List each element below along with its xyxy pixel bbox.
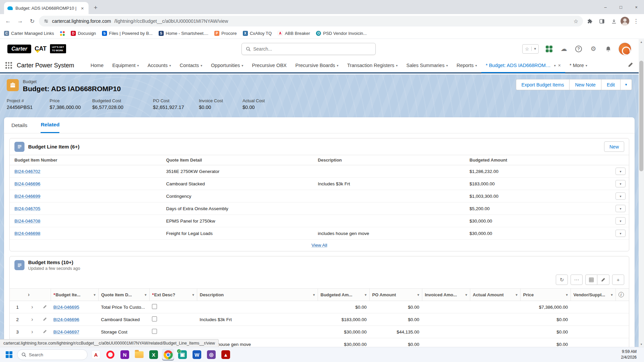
user-avatar[interactable] bbox=[619, 43, 631, 55]
edit-button[interactable]: Edit bbox=[601, 79, 621, 90]
cloud-status-icon[interactable]: ☁ bbox=[559, 45, 568, 53]
nav-item-precursive-obx[interactable]: Precursive OBX bbox=[248, 58, 291, 72]
expand-row-chevron-icon[interactable]: › bbox=[31, 316, 33, 322]
sort-caret-icon[interactable]: ▾ bbox=[365, 293, 366, 297]
inline-edit-pencil-icon[interactable] bbox=[43, 305, 47, 309]
side-panel-icon[interactable] bbox=[596, 16, 607, 26]
row-actions-caret-button[interactable]: ▾ bbox=[615, 180, 626, 187]
tab-related[interactable]: Related bbox=[41, 117, 59, 133]
related-list-title[interactable]: Budget Line Item (6+) bbox=[28, 144, 79, 149]
reload-icon[interactable]: ↻ bbox=[27, 16, 38, 26]
nav-item-transaction-registers[interactable]: Transaction Registers▾ bbox=[343, 58, 402, 72]
budget-line-item-link[interactable]: BI24-046698 bbox=[14, 231, 40, 236]
new-budget-line-item-button[interactable]: New bbox=[604, 141, 624, 152]
extensions-puzzle-icon[interactable] bbox=[584, 16, 595, 26]
budget-line-item-link[interactable]: BI24-046696 bbox=[14, 181, 40, 186]
sort-caret-icon[interactable]: ▾ bbox=[417, 293, 419, 297]
global-search-input[interactable] bbox=[253, 46, 371, 52]
export-budget-items-button[interactable]: Export Budget Items bbox=[516, 79, 570, 90]
taskbar-clock[interactable]: 9:59 AM 2/4/2026 bbox=[621, 349, 641, 361]
row-actions-caret-button[interactable]: ▾ bbox=[615, 230, 626, 237]
window-maximize-button[interactable]: □ bbox=[613, 0, 629, 14]
more-actions-icon[interactable]: ⋯ bbox=[571, 275, 583, 285]
row-actions-caret-button[interactable]: ▾ bbox=[615, 205, 626, 212]
inline-edit-pencil-icon[interactable] bbox=[43, 329, 47, 334]
col-budgeted-amount[interactable]: Budgeted Am... bbox=[321, 292, 353, 297]
add-row-icon[interactable]: + bbox=[612, 275, 624, 285]
autocad-icon[interactable]: A bbox=[90, 349, 102, 361]
global-actions-icon[interactable] bbox=[545, 45, 553, 53]
chrome-icon[interactable] bbox=[162, 349, 174, 361]
nav-item-opportunities[interactable]: Opportunities▾ bbox=[207, 58, 248, 72]
new-note-button[interactable]: New Note bbox=[570, 79, 601, 90]
sort-caret-icon[interactable]: ▾ bbox=[313, 293, 315, 297]
global-search-box[interactable] bbox=[241, 43, 376, 55]
ext-desc-checkbox[interactable] bbox=[152, 316, 157, 321]
nav-item-contacts[interactable]: Contacts▾ bbox=[175, 58, 207, 72]
app-launcher-icon[interactable] bbox=[5, 62, 12, 69]
favorites-control[interactable]: ☆ ▾ bbox=[522, 44, 539, 54]
word-icon[interactable]: W bbox=[191, 349, 203, 361]
bookmark-cxalloy[interactable]: X CxAlloy TQ bbox=[243, 31, 272, 36]
scrollbar-thumb[interactable] bbox=[639, 61, 643, 171]
tab-details[interactable]: Details bbox=[11, 117, 27, 133]
sort-caret-icon[interactable]: ▾ bbox=[465, 293, 467, 297]
bookmark-psd-vendor[interactable]: O PSD Vendor Invoicin... bbox=[316, 31, 367, 36]
sort-caret-icon[interactable]: ▾ bbox=[516, 293, 517, 297]
col-ext-desc[interactable]: Ext Desc? bbox=[154, 292, 175, 297]
browser-menu-icon[interactable]: ⋮ bbox=[631, 16, 641, 26]
bookmark-procore[interactable]: P Procore bbox=[214, 31, 237, 36]
more-actions-caret-button[interactable]: ▾ bbox=[621, 79, 632, 90]
nav-item-sales-summaries[interactable]: Sales Summaries▾ bbox=[402, 58, 452, 72]
nav-item-precursive-boards[interactable]: Precursive Boards▾ bbox=[291, 58, 343, 72]
sort-caret-icon[interactable]: ▾ bbox=[192, 293, 194, 297]
opera-icon[interactable] bbox=[104, 349, 116, 361]
edit-pencil-icon[interactable] bbox=[597, 275, 609, 285]
bookmark-apps-grid[interactable] bbox=[60, 31, 65, 36]
downloads-icon[interactable] bbox=[608, 16, 619, 26]
row-actions-caret-button[interactable]: ▾ bbox=[615, 192, 626, 200]
back-icon[interactable]: ← bbox=[3, 16, 13, 26]
taskbar-search[interactable]: Search bbox=[17, 349, 88, 360]
col-actual-amount[interactable]: Actual Amount bbox=[473, 292, 504, 297]
col-description[interactable]: Description bbox=[200, 292, 224, 297]
bookmark-star-icon[interactable]: ☆ bbox=[574, 18, 578, 24]
refresh-icon[interactable]: ↻ bbox=[556, 275, 568, 285]
budget-line-item-link[interactable]: BI24-046708 bbox=[14, 219, 40, 224]
budget-line-item-link[interactable]: BI24-046702 bbox=[14, 169, 40, 174]
browser-profile-avatar[interactable] bbox=[621, 17, 629, 25]
scrollbar-track[interactable] bbox=[639, 45, 644, 342]
col-po-amount[interactable]: PO Amount bbox=[372, 292, 396, 297]
view-all-link[interactable]: View All bbox=[311, 243, 327, 248]
row-actions-caret-button[interactable]: ▾ bbox=[615, 168, 626, 175]
nav-item-reports[interactable]: Reports▾ bbox=[452, 58, 481, 72]
forward-icon[interactable]: → bbox=[15, 16, 25, 26]
bookmark-carter-managed-links[interactable]: C Carter Managed Links bbox=[4, 31, 54, 36]
help-icon[interactable]: ? bbox=[574, 45, 583, 53]
setup-gear-icon[interactable]: ⚙ bbox=[589, 45, 598, 53]
budget-line-item-link[interactable]: BI24-046705 bbox=[14, 206, 40, 211]
nav-item-more[interactable]: * More▾ bbox=[565, 58, 592, 72]
favorites-star-icon[interactable]: ☆ bbox=[523, 46, 532, 52]
bookmark-box-files[interactable]: b Files | Powered by B... bbox=[102, 31, 153, 36]
nav-item-equipment[interactable]: Equipment▾ bbox=[108, 58, 143, 72]
col-vendor-supplier[interactable]: Vendor/Suppl... bbox=[574, 292, 605, 297]
site-info-icon[interactable] bbox=[44, 19, 49, 24]
sort-caret-icon[interactable]: ▾ bbox=[145, 293, 146, 297]
nav-tab-budget-active[interactable]: * Budget: ADS IAD668ROMP...▾× bbox=[481, 59, 565, 73]
col-budget-item[interactable]: Budget Ite... bbox=[56, 292, 80, 297]
budget-item-link[interactable]: BI24-046695 bbox=[53, 305, 79, 310]
file-explorer-icon[interactable] bbox=[133, 349, 145, 361]
budget-items-title[interactable]: Budget Items (10+) bbox=[28, 259, 80, 265]
excel-icon[interactable]: X bbox=[148, 349, 160, 361]
checkmark-badge-app-icon[interactable]: ▣✓ bbox=[176, 349, 189, 361]
browser-tab[interactable]: Budget: ADS IAD668ROMP10 | × bbox=[4, 2, 89, 14]
expand-row-chevron-icon[interactable]: › bbox=[31, 329, 33, 335]
sort-caret-icon[interactable]: ▾ bbox=[611, 293, 612, 297]
expand-row-chevron-icon[interactable]: › bbox=[31, 304, 33, 310]
budget-item-link[interactable]: BI24-046697 bbox=[53, 329, 79, 335]
purple-app-icon[interactable]: ◎ bbox=[205, 349, 217, 361]
tab-close-icon[interactable]: × bbox=[79, 5, 85, 11]
notifications-bell-icon[interactable] bbox=[604, 45, 612, 53]
col-invoiced-amount[interactable]: Invoiced Amo... bbox=[425, 292, 457, 297]
